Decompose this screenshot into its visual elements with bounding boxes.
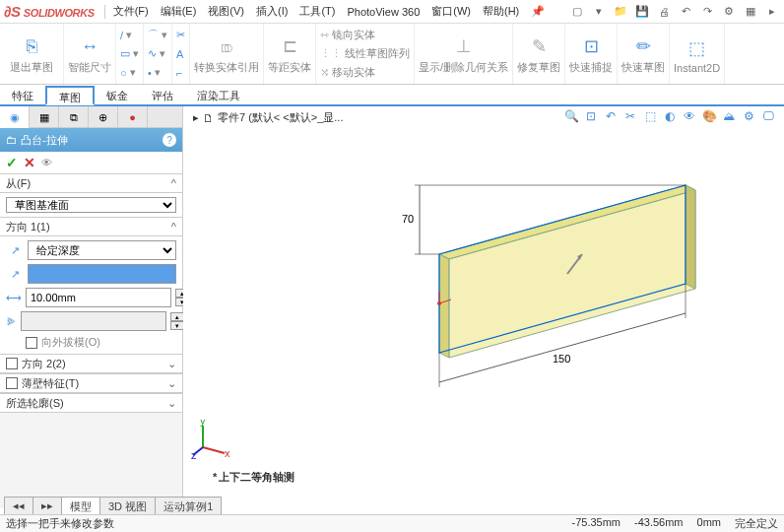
view-settings-icon[interactable]: ⚙ [741, 108, 756, 124]
end-condition-select[interactable]: 给定深度 [28, 240, 176, 260]
circle-tool[interactable]: ○ ▾ [120, 64, 139, 82]
draft-spinner[interactable]: ▴▾ [170, 312, 184, 330]
panel-tab-display[interactable]: ⊕ [89, 106, 118, 128]
mirror-tool[interactable]: ⇿ 镜向实体 [320, 27, 410, 44]
ribbon-convert[interactable]: ⎄ 转换实体引用 [190, 24, 264, 84]
folder-icon[interactable]: 📁 [613, 4, 628, 20]
draft-input[interactable] [21, 311, 166, 331]
part-icon[interactable]: ▦ [743, 4, 758, 20]
appearance-icon[interactable]: 🎨 [701, 108, 717, 124]
from-section-header[interactable]: 从(F) ^ [0, 173, 182, 193]
section-view-icon[interactable]: ✂ [622, 108, 638, 124]
zoom-fit-icon[interactable]: 🔍 [563, 108, 579, 124]
zoom-area-icon[interactable]: ⊡ [583, 108, 599, 124]
menu-photoview[interactable]: PhotoView 360 [341, 6, 425, 18]
trim-tool[interactable]: ✂ [176, 27, 185, 44]
btab-arrow-left[interactable]: ◂◂ [4, 497, 33, 514]
view-orientation-icon[interactable]: ⬚ [642, 108, 658, 124]
ribbon-toolbar: ⎘ 退出草图 ↔ 智能尺寸 / ▾ ▭ ▾ ○ ▾ ⌒ ▾ ∿ ▾ • ▾ ✂ … [0, 24, 784, 85]
rect-tool[interactable]: ▭ ▾ [120, 45, 139, 63]
line-tool[interactable]: / ▾ [120, 27, 139, 44]
btab-arrow-right[interactable]: ▸▸ [33, 497, 62, 514]
draft-icon[interactable]: ⫸ [6, 312, 17, 330]
depth-input[interactable] [26, 288, 171, 307]
bottom-tabbar: ◂◂ ▸▸ 模型 3D 视图 运动算例1 [4, 497, 221, 514]
save-icon[interactable]: 💾 [634, 4, 650, 20]
ribbon-quick-snap[interactable]: ⊡ 快速捕捉 [565, 24, 618, 84]
thin-checkbox[interactable] [6, 377, 18, 389]
reverse-direction-icon[interactable]: ↗ [6, 241, 24, 259]
hide-show-icon[interactable]: 👁 [682, 108, 697, 124]
text-tool[interactable]: A [176, 45, 185, 63]
new-file-icon[interactable]: ▢ [569, 4, 585, 20]
breadcrumb[interactable]: ▸ 🗋 零件7 (默认< <默认>_显... [193, 110, 343, 125]
ribbon-exit-sketch[interactable]: ⎘ 退出草图 [0, 24, 64, 84]
btab-motion[interactable]: 运动算例1 [155, 497, 222, 514]
tab-sketch[interactable]: 草图 [45, 86, 95, 105]
display-style-icon[interactable]: ◐ [662, 108, 678, 124]
panel-tab-property[interactable]: ▦ [30, 106, 59, 128]
status-coord-z: 0mm [697, 516, 721, 531]
from-select[interactable]: 草图基准面 [6, 197, 176, 213]
menu-pin-icon[interactable]: 📌 [525, 5, 551, 18]
ribbon-sketch-tools: / ▾ ▭ ▾ ○ ▾ [116, 24, 144, 84]
print-icon[interactable]: 🖨 [656, 4, 672, 20]
panel-tab-appearance[interactable]: ● [118, 106, 148, 128]
property-panel: ◉ ▦ ⧉ ⊕ ● 🗀 凸台-拉伸 ? ✓ ✕ 👁 从(F) ^ 草图基准面 方… [0, 106, 183, 508]
preview-icon[interactable]: 👁 [41, 157, 52, 168]
linear-pattern-tool[interactable]: ⋮⋮ 线性草图阵列 [320, 45, 410, 63]
menu-help[interactable]: 帮助(H) [477, 4, 525, 19]
menu-tools[interactable]: 工具(T) [294, 4, 341, 19]
arc-tool[interactable]: ⌒ ▾ [148, 27, 167, 44]
view-orientation-label: 上下二等角轴测 [213, 470, 294, 485]
tab-features[interactable]: 特征 [0, 86, 45, 105]
screen-icon[interactable]: 🖵 [760, 108, 776, 124]
direction-ref-input[interactable] [28, 264, 176, 284]
ribbon-sketch-tools3: ✂ A ⌐ [172, 24, 190, 84]
tab-render[interactable]: 渲染工具 [185, 86, 252, 105]
dir1-section-header[interactable]: 方向 1(1) ^ [0, 217, 182, 236]
menu-file[interactable]: 文件(F) [107, 4, 155, 19]
menu-insert[interactable]: 插入(I) [250, 4, 294, 19]
ribbon-smart-dim[interactable]: ↔ 智能尺寸 [64, 24, 116, 84]
help-icon[interactable]: ? [163, 133, 176, 147]
orientation-triad[interactable]: y x z [191, 420, 230, 459]
ribbon-display-del[interactable]: ⊥ 显示/删除几何关系 [415, 24, 513, 84]
status-hint: 选择一把手来修改参数 [6, 516, 114, 531]
draft-outward-checkbox[interactable] [26, 337, 37, 349]
svg-text:z: z [191, 449, 197, 459]
direction-vector-icon[interactable]: ↗ [6, 265, 24, 283]
ribbon-repair[interactable]: ✎ 修复草图 [513, 24, 565, 84]
menu-window[interactable]: 窗口(W) [425, 4, 477, 19]
panel-tab-config[interactable]: ⧉ [59, 106, 89, 128]
ribbon-offset[interactable]: ⊏ 等距实体 [264, 24, 316, 84]
spline-tool[interactable]: ∿ ▾ [148, 45, 167, 63]
menu-view[interactable]: 视图(V) [202, 4, 250, 19]
scene-icon[interactable]: ⛰ [721, 108, 737, 124]
svg-marker-1 [439, 254, 449, 358]
panel-tab-feature-tree[interactable]: ◉ [0, 106, 30, 128]
prev-view-icon[interactable]: ↶ [603, 108, 619, 124]
menu-edit[interactable]: 编辑(E) [155, 4, 203, 19]
thin-section-header[interactable]: 薄壁特征(T) ⌄ [0, 373, 182, 393]
cancel-button[interactable]: ✕ [24, 155, 35, 170]
tab-evaluate[interactable]: 评估 [140, 86, 185, 105]
ribbon-instant2d[interactable]: ⬚ Instant2D [670, 24, 725, 84]
redo-icon[interactable]: ↷ [699, 4, 715, 20]
contours-section-header[interactable]: 所选轮廓(S) ⌄ [0, 393, 182, 413]
dir2-checkbox[interactable] [6, 358, 18, 369]
options-icon[interactable]: ⚙ [721, 4, 737, 20]
dir2-section-header[interactable]: 方向 2(2) ⌄ [0, 354, 182, 373]
undo-icon[interactable]: ↶ [678, 4, 693, 20]
ok-button[interactable]: ✓ [6, 155, 18, 170]
fillet-tool[interactable]: ⌐ [176, 64, 185, 82]
open-dropdown-icon[interactable]: ▾ [591, 4, 607, 20]
ribbon-quick-sketch[interactable]: ✏ 快速草图 [618, 24, 670, 84]
move-tool[interactable]: ⤭ 移动实体 [320, 64, 410, 82]
tab-sheetmetal[interactable]: 钣金 [95, 86, 140, 105]
viewport-3d[interactable]: ▸ 🗋 零件7 (默认< <默认>_显... 🔍 ⊡ ↶ ✂ ⬚ ◐ 👁 🎨 ⛰… [183, 106, 784, 508]
btab-model[interactable]: 模型 [61, 497, 100, 514]
point-tool[interactable]: • ▾ [148, 64, 167, 82]
btab-3dview[interactable]: 3D 视图 [99, 497, 156, 514]
more-icon[interactable]: ▸ [764, 4, 780, 20]
